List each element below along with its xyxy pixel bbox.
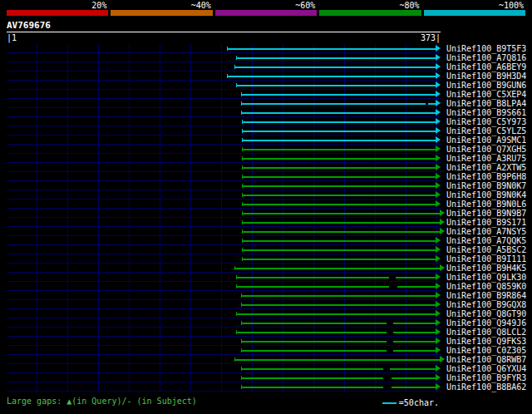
alignment-bar[interactable]: [241, 318, 441, 328]
hit-label[interactable]: UniRef100_Q8LCL2: [446, 328, 526, 337]
hit-label[interactable]: UniRef100_C5Y973: [446, 117, 526, 126]
hit-label[interactable]: UniRef100_B9N0K4: [446, 190, 526, 200]
hit-label[interactable]: UniRef100_B9S171: [446, 218, 526, 227]
alignment-bar[interactable]: [241, 90, 441, 99]
scale-segment-bar: [319, 10, 421, 16]
alignment-bar[interactable]: [236, 81, 441, 90]
alignment-bar[interactable]: [242, 200, 441, 209]
hit-label[interactable]: UniRef100_Q949J6: [446, 318, 526, 328]
hit-label[interactable]: UniRef100_B9R864: [446, 291, 526, 300]
scale-segment-bar: [215, 10, 317, 16]
hit-label[interactable]: UniRef100_B9N0L6: [446, 200, 526, 209]
hit-label[interactable]: UniRef100_Q6YXU4: [446, 364, 526, 373]
alignment-track: [7, 355, 441, 364]
alignment-bar[interactable]: [242, 190, 441, 200]
hit-label[interactable]: UniRef100_A5BSC2: [446, 245, 526, 254]
alignment-bar[interactable]: [242, 154, 441, 163]
hit-label[interactable]: UniRef100_Q859K0: [446, 282, 526, 291]
alignment-bar[interactable]: [236, 309, 441, 318]
hit-label[interactable]: UniRef100_C0Z305: [446, 346, 526, 355]
hit-label[interactable]: UniRef100_B9H3D4: [446, 71, 526, 81]
arrow-head-icon: [436, 310, 441, 317]
alignment-bar[interactable]: [234, 264, 445, 273]
alignment-track: [7, 209, 441, 218]
hit-label[interactable]: UniRef100_A7Q816: [446, 53, 526, 62]
alignment-bar[interactable]: [236, 53, 441, 62]
hit-label[interactable]: UniRef100_B8BA62: [446, 382, 526, 392]
alignment-bar[interactable]: [242, 181, 441, 190]
alignment-bar[interactable]: [241, 99, 441, 108]
alignment-bar[interactable]: [242, 172, 441, 181]
arrow-head-icon: [436, 63, 441, 70]
hit-label[interactable]: UniRef100_Q8GT90: [446, 309, 526, 318]
alignment-row: UniRef100_A5BSC2: [7, 245, 532, 254]
alignment-bar[interactable]: [242, 145, 441, 154]
legend-text: =50char.: [399, 398, 439, 408]
bar-line: [242, 195, 436, 196]
hit-label[interactable]: UniRef100_B9N0K7: [446, 181, 526, 190]
alignment-bar[interactable]: [227, 44, 441, 53]
alignment-track: [7, 172, 441, 181]
alignment-bar[interactable]: [241, 337, 441, 346]
alignment-bar[interactable]: [242, 245, 441, 254]
arrow-head-icon: [440, 228, 445, 234]
hit-label[interactable]: UniRef100_Q9LK30: [446, 273, 526, 282]
alignment-bar[interactable]: [241, 364, 441, 373]
scale-segment: ~40%: [111, 1, 212, 16]
alignment-bar[interactable]: [242, 163, 441, 172]
hit-label[interactable]: UniRef100_B9H4K5: [446, 264, 526, 273]
alignment-bar[interactable]: [241, 346, 441, 355]
scale-segment: ~100%: [424, 1, 525, 16]
alignment-bar[interactable]: [242, 117, 441, 126]
alignment-track: [7, 154, 441, 163]
hit-label[interactable]: UniRef100_Q7XGH5: [446, 145, 526, 154]
alignment-bar[interactable]: [242, 136, 441, 145]
alignment-track: [7, 245, 441, 254]
alignment-bar[interactable]: [236, 273, 441, 282]
alignment-bar[interactable]: [242, 209, 445, 218]
arrow-head-icon: [436, 328, 441, 335]
alignment-bar[interactable]: [242, 236, 441, 245]
hit-label[interactable]: UniRef100_A3RU75: [446, 154, 526, 163]
alignment-bar[interactable]: [242, 218, 445, 227]
hit-label[interactable]: UniRef100_Q9FKS3: [446, 337, 526, 346]
hit-label[interactable]: UniRef100_A6BEY9: [446, 62, 526, 71]
hit-label[interactable]: UniRef100_C5YLZ5: [446, 126, 526, 136]
alignment-bar[interactable]: [241, 300, 441, 309]
alignment-bar[interactable]: [234, 62, 441, 71]
alignment-bar[interactable]: [242, 227, 445, 236]
hit-label[interactable]: UniRef100_B9S661: [446, 108, 526, 117]
alignment-bar[interactable]: [227, 71, 441, 81]
alignment-bar[interactable]: [236, 282, 441, 291]
alignment-bar[interactable]: [242, 254, 441, 264]
hit-label[interactable]: UniRef100_B9FYR3: [446, 373, 526, 382]
arrow-head-icon: [436, 81, 441, 88]
alignment-track: [7, 181, 441, 190]
alignment-row: UniRef100_B9N9B7: [7, 209, 532, 218]
hit-label[interactable]: UniRef100_Q8RWB7: [446, 355, 526, 364]
identity-scale: 20%~40%~60%~80%~100%: [0, 0, 532, 17]
alignment-bar[interactable]: [241, 291, 441, 300]
hit-label[interactable]: UniRef100_B9GQX8: [446, 300, 526, 309]
alignment-row: UniRef100_B9GUN6: [7, 81, 532, 90]
hit-label[interactable]: UniRef100_B9I111: [446, 254, 526, 264]
hit-label[interactable]: UniRef100_C5XEP4: [446, 90, 526, 99]
alignment-bar[interactable]: [234, 355, 445, 364]
alignment-row: UniRef100_A2XTW5: [7, 163, 532, 172]
alignment-bar[interactable]: [241, 373, 441, 382]
alignment-bar[interactable]: [241, 108, 441, 117]
hit-label[interactable]: UniRef100_B9P6H8: [446, 172, 526, 181]
hit-label[interactable]: UniRef100_B8LPA4: [446, 99, 526, 108]
hit-label[interactable]: UniRef100_B9N9B7: [446, 209, 526, 218]
scale-segment: ~60%: [215, 1, 317, 16]
hit-label[interactable]: UniRef100_B9GUN6: [446, 81, 526, 90]
hit-label[interactable]: UniRef100_A7QQK5: [446, 236, 526, 245]
alignment-bar[interactable]: [236, 328, 441, 337]
alignment-bar[interactable]: [241, 382, 441, 392]
alignment-bar[interactable]: [242, 126, 441, 136]
hit-label[interactable]: UniRef100_B9T5F3: [446, 44, 526, 53]
hit-label[interactable]: UniRef100_A2XTW5: [446, 163, 526, 172]
hit-label[interactable]: UniRef100_A7NSY5: [446, 227, 526, 236]
hit-label[interactable]: UniRef100_A9SMC1: [446, 136, 526, 145]
alignment-track: [7, 44, 441, 53]
